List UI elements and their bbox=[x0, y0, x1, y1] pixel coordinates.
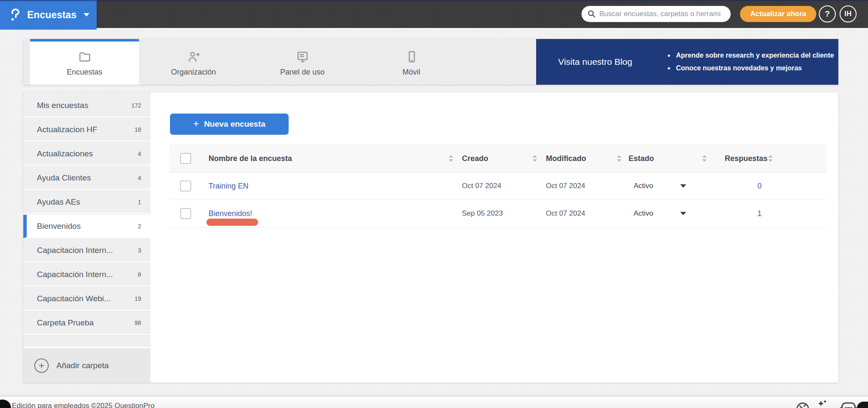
tab-encuestas[interactable]: Encuestas bbox=[30, 39, 139, 85]
add-folder-button[interactable]: + Añadir carpeta bbox=[23, 347, 150, 383]
module-tabs: Encuestas Organización Panel de uso bbox=[23, 39, 838, 85]
footer-edition-text: Edición para empleados ©2025 QuestionPro bbox=[12, 402, 155, 408]
folder-item-mis-encuestas[interactable]: Mis encuestas 172 bbox=[23, 94, 150, 117]
row-checkbox[interactable] bbox=[180, 208, 191, 219]
user-plus-icon bbox=[187, 50, 200, 64]
responses-link[interactable]: 1 bbox=[750, 209, 769, 218]
top-bar: Actualizar ahora ? IH bbox=[0, 0, 868, 28]
folders-sidebar: Mis encuestas 172 Actualizacion HF 18 Ac… bbox=[23, 92, 150, 383]
blog-banner[interactable]: Visita nuestro Blog Aprende sobre resear… bbox=[536, 39, 838, 85]
chatbot-icon[interactable] bbox=[839, 401, 858, 408]
folder-item-actualizaciones[interactable]: Actualizaciones 4 bbox=[23, 142, 150, 166]
footer-bar: Edición para empleados ©2025 QuestionPro bbox=[0, 396, 868, 408]
tab-organizacion[interactable]: Organización bbox=[139, 39, 248, 85]
modified-date: Oct 07 2024 bbox=[546, 209, 585, 218]
folder-count: 19 bbox=[134, 295, 141, 302]
sort-icon-nombre[interactable] bbox=[448, 155, 453, 162]
search-bar[interactable] bbox=[581, 6, 731, 22]
folder-count: 8 bbox=[138, 271, 141, 278]
help-button[interactable]: ? bbox=[819, 6, 836, 22]
usage-panel-icon bbox=[296, 50, 309, 64]
table-row-training-en: Training EN Oct 07 2024 Oct 07 2024 Acti… bbox=[170, 172, 826, 200]
sparkles-icon[interactable]: ✦✦ bbox=[817, 399, 829, 408]
status-value: Activo bbox=[634, 209, 653, 218]
folder-item-capacitacion-intern-2[interactable]: Capacitación Intern... 8 bbox=[23, 263, 150, 286]
folder-count: 172 bbox=[131, 102, 141, 109]
status-dropdown-caret[interactable] bbox=[680, 184, 686, 188]
folder-item-capacitacion-intern-1[interactable]: Capacitacion Intern... 3 bbox=[23, 239, 150, 262]
col-nombre: Nombre de la encuesta bbox=[209, 154, 292, 163]
folder-count: 2 bbox=[138, 223, 141, 230]
col-modificado: Modificado bbox=[546, 154, 586, 163]
status-dropdown-caret[interactable] bbox=[680, 212, 686, 215]
mobile-icon bbox=[405, 50, 418, 64]
red-highlight-annotation bbox=[206, 219, 258, 226]
product-name: Encuestas bbox=[27, 9, 77, 21]
col-creado: Creado bbox=[462, 154, 488, 163]
table-header-row: Nombre de la encuesta Creado Modificado … bbox=[170, 144, 826, 172]
tab-label: Panel de uso bbox=[280, 68, 325, 77]
surveys-panel: Mis encuestas 172 Actualizacion HF 18 Ac… bbox=[23, 92, 838, 383]
table-row-bienvenidos: Bienvenidos! Sep 05 2023 Oct 07 2024 Act… bbox=[170, 200, 826, 228]
folder-item-ayudas-aes[interactable]: Ayudas AEs 1 bbox=[23, 191, 150, 214]
questionpro-logo-icon bbox=[9, 8, 21, 22]
responses-link[interactable]: 0 bbox=[750, 182, 769, 191]
sort-icon-modificado[interactable] bbox=[617, 155, 622, 162]
sort-icon-respuestas[interactable] bbox=[768, 155, 773, 162]
row-checkbox[interactable] bbox=[180, 180, 191, 192]
product-switcher[interactable]: Encuestas bbox=[0, 0, 97, 30]
surveys-table: Nombre de la encuesta Creado Modificado … bbox=[170, 144, 826, 228]
folder-count: 18 bbox=[134, 126, 141, 133]
blog-banner-title: Visita nuestro Blog bbox=[558, 57, 656, 67]
status-value: Activo bbox=[634, 182, 653, 190]
search-input[interactable] bbox=[599, 10, 725, 18]
modified-date: Oct 07 2024 bbox=[546, 182, 585, 190]
folder-count: 4 bbox=[138, 175, 141, 181]
folder-icon bbox=[78, 50, 92, 64]
folder-item-carpeta-prueba[interactable]: Carpeta Prueba 98 bbox=[23, 311, 150, 335]
tab-label: Encuestas bbox=[67, 68, 102, 77]
survey-name-link[interactable]: Bienvenidos! bbox=[209, 209, 252, 218]
tab-movil[interactable]: Móvil bbox=[357, 39, 466, 85]
tab-label: Organización bbox=[171, 68, 216, 77]
folder-count: 1 bbox=[138, 199, 141, 205]
banner-bullet: Aprende sobre research y experiencia del… bbox=[668, 49, 834, 62]
blog-banner-bullets: Aprende sobre research y experiencia del… bbox=[668, 49, 834, 75]
chevron-down-icon bbox=[83, 13, 89, 17]
folder-item-ayuda-clientes[interactable]: Ayuda Clientes 4 bbox=[23, 167, 150, 190]
tab-panel-de-uso[interactable]: Panel de uso bbox=[248, 39, 357, 85]
tab-label: Móvil bbox=[402, 68, 420, 77]
survey-name-link[interactable]: Training EN bbox=[209, 182, 248, 191]
folder-item-capacitacion-webi[interactable]: Capacitación Webi... 19 bbox=[23, 287, 150, 311]
folder-count: 3 bbox=[138, 247, 141, 254]
plus-icon: + bbox=[193, 118, 199, 130]
folder-count: 4 bbox=[138, 150, 141, 157]
created-date: Sep 05 2023 bbox=[462, 209, 503, 218]
avatar[interactable]: IH bbox=[840, 6, 857, 22]
update-now-button[interactable]: Actualizar ahora bbox=[740, 6, 816, 22]
banner-bullet: Conoce nuestras novedades y mejoras bbox=[668, 62, 834, 75]
search-icon bbox=[587, 10, 596, 18]
performance-gauge-icon[interactable] bbox=[795, 401, 810, 408]
created-date: Oct 07 2024 bbox=[462, 182, 501, 190]
plus-circle-icon: + bbox=[34, 358, 49, 373]
sort-icon-creado[interactable] bbox=[532, 155, 537, 162]
col-respuestas: Respuestas bbox=[725, 154, 768, 163]
folder-item-actualizacion-hf[interactable]: Actualizacion HF 18 bbox=[23, 118, 150, 142]
col-estado: Estado bbox=[629, 154, 654, 163]
sort-icon-estado[interactable] bbox=[702, 155, 707, 162]
select-all-checkbox[interactable] bbox=[180, 153, 191, 164]
top-accent-line bbox=[0, 0, 868, 1]
new-survey-button[interactable]: + Nueva encuesta bbox=[170, 114, 289, 135]
folder-count: 98 bbox=[134, 319, 141, 326]
folder-item-bienvenidos-selected[interactable]: Bienvenidos 2 bbox=[23, 215, 150, 238]
